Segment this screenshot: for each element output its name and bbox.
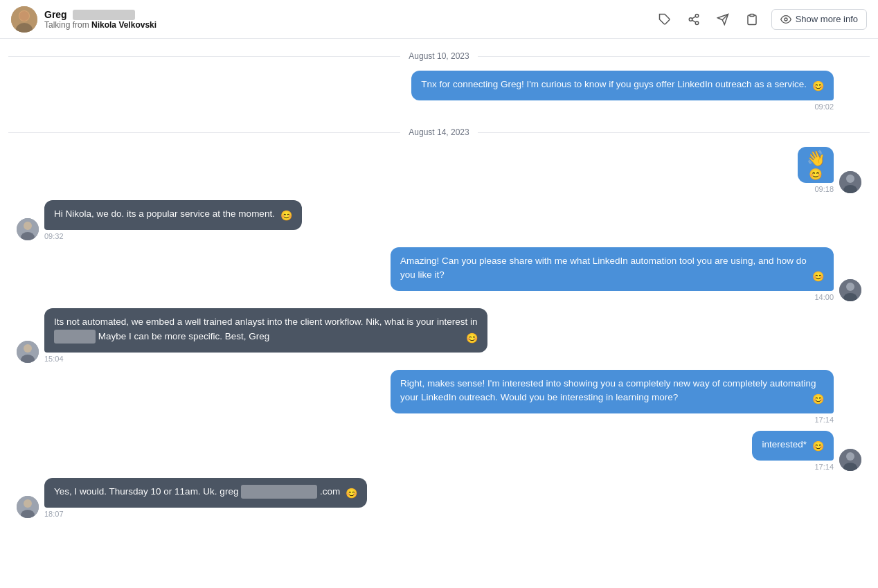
message-row: Hi Nikola, we do. its a popular service … xyxy=(0,197,878,243)
chat-area: August 10, 2023 Tnx for connecting Greg!… xyxy=(0,39,878,588)
send-icon xyxy=(717,13,729,26)
message-bubble: interested* 😊 xyxy=(752,431,834,461)
contact-info: Greg ██████████ Talking from Nikola Velk… xyxy=(44,9,655,30)
send-button[interactable] xyxy=(713,10,733,29)
svg-point-13 xyxy=(785,18,787,21)
svg-point-24 xyxy=(24,344,32,353)
message-bubble: Hi Nikola, we do. its a popular service … xyxy=(44,200,302,230)
emoji-reaction: 😊 xyxy=(812,269,824,284)
message-time: 09:32 xyxy=(44,232,64,240)
tag-icon xyxy=(658,13,671,26)
message-time: 09:02 xyxy=(814,103,834,111)
contact-sub: Talking from Nikola Velkovski xyxy=(44,20,655,30)
eye-icon xyxy=(780,14,791,25)
message-bubble: Amazing! Can you please share with me wh… xyxy=(391,247,834,291)
message-time: 14:00 xyxy=(814,293,834,301)
message-bubble: Tnx for connecting Greg! I'm curious to … xyxy=(411,71,834,100)
clipboard-icon xyxy=(746,13,758,26)
date-separator-2: August 14, 2023 xyxy=(0,115,878,144)
emoji-reaction: 😊 xyxy=(812,79,824,93)
svg-point-7 xyxy=(695,21,699,25)
message-avatar xyxy=(839,449,861,471)
svg-point-3 xyxy=(19,11,29,21)
date-separator-1: August 10, 2023 xyxy=(0,39,878,68)
message-row: interested* 😊 17:14 xyxy=(0,428,878,474)
message-content: interested* 😊 17:14 xyxy=(752,431,834,471)
avatar-placeholder xyxy=(839,402,861,424)
message-row: 👋 😊 09:18 xyxy=(0,144,878,196)
message-row: Amazing! Can you please share with me wh… xyxy=(0,244,878,304)
chat-header: Greg ██████████ Talking from Nikola Velk… xyxy=(0,0,878,39)
message-row: Its not automated, we embed a well train… xyxy=(0,305,878,365)
wave-message-bubble: 👋 😊 xyxy=(798,147,834,183)
message-content: Amazing! Can you please share with me wh… xyxy=(391,247,834,301)
message-content: 👋 😊 09:18 xyxy=(798,147,834,193)
svg-rect-12 xyxy=(750,14,754,16)
contact-name: Greg ██████████ xyxy=(44,9,655,20)
message-bubble: Its not automated, we embed a well train… xyxy=(44,308,487,352)
message-avatar xyxy=(839,171,861,193)
message-avatar xyxy=(839,279,861,301)
message-time: 15:04 xyxy=(44,355,64,363)
svg-point-21 xyxy=(846,283,854,291)
emoji-reaction: 😊 xyxy=(812,392,824,407)
message-avatar xyxy=(17,218,39,240)
message-avatar xyxy=(17,341,39,363)
message-bubble: Right, makes sense! I'm interested into … xyxy=(391,370,834,413)
contact-name-blurred: ██████████ xyxy=(73,10,135,20)
svg-line-9 xyxy=(692,16,695,18)
message-content: Hi Nikola, we do. its a popular service … xyxy=(44,200,302,240)
message-time: 17:14 xyxy=(814,416,834,424)
avatar-placeholder xyxy=(839,89,861,111)
message-avatar xyxy=(17,496,39,518)
svg-point-6 xyxy=(689,17,692,21)
message-content: Tnx for connecting Greg! I'm curious to … xyxy=(411,71,834,111)
blurred-text xyxy=(54,330,96,344)
message-bubble: Yes, I would. Thursday 10 or 11am. Uk. g… xyxy=(44,478,367,508)
clipboard-button[interactable] xyxy=(742,10,762,29)
message-time: 18:07 xyxy=(44,510,64,518)
message-content: Yes, I would. Thursday 10 or 11am. Uk. g… xyxy=(44,478,367,518)
show-more-info-button[interactable]: Show more info xyxy=(771,9,867,30)
share-button[interactable] xyxy=(684,10,704,29)
svg-point-27 xyxy=(846,452,854,461)
share-icon xyxy=(688,13,700,26)
header-actions: Show more info xyxy=(655,9,867,30)
message-content: Its not automated, we embed a well train… xyxy=(44,308,487,362)
message-time: 09:18 xyxy=(814,185,834,193)
emoji-reaction: 😊 xyxy=(280,208,292,223)
blurred-text xyxy=(241,485,317,499)
message-row: Tnx for connecting Greg! I'm curious to … xyxy=(0,68,878,114)
emoji-reaction: 😊 xyxy=(346,486,357,501)
svg-point-18 xyxy=(24,222,32,230)
svg-line-8 xyxy=(692,20,695,22)
message-content: Right, makes sense! I'm interested into … xyxy=(391,370,834,424)
emoji-reaction: 😊 xyxy=(812,439,824,454)
svg-point-5 xyxy=(695,14,699,17)
contact-avatar xyxy=(11,6,37,33)
tag-button[interactable] xyxy=(655,10,674,29)
message-row: Right, makes sense! I'm interested into … xyxy=(0,367,878,427)
svg-point-30 xyxy=(24,499,32,508)
emoji-reaction: 😊 xyxy=(466,331,478,346)
message-time: 17:14 xyxy=(814,463,834,471)
message-row: Yes, I would. Thursday 10 or 11am. Uk. g… xyxy=(0,475,878,521)
svg-point-15 xyxy=(846,175,854,183)
